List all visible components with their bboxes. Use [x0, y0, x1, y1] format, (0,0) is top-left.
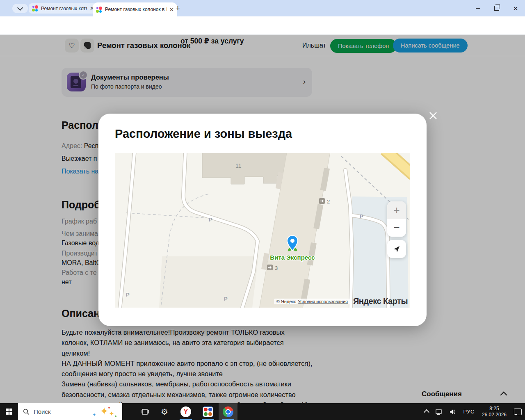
svg-text:3: 3 — [275, 265, 278, 271]
close-window-button[interactable]: ✕ — [506, 0, 525, 16]
parking-label: P — [126, 292, 130, 298]
tab-inactive[interactable]: Ремонт газовых котлов в Каза ✕ — [29, 3, 98, 14]
task-view-icon — [141, 408, 149, 416]
taskbar-search[interactable]: Поиск — [18, 403, 122, 420]
avito-favicon — [32, 5, 38, 11]
search-placeholder: Поиск — [34, 408, 84, 415]
zoom-in-button[interactable]: + — [387, 201, 406, 219]
zoom-out-button[interactable]: − — [387, 219, 406, 237]
chevron-down-icon — [17, 5, 23, 11]
parking-label: P — [360, 213, 363, 219]
settings-button[interactable]: ⚙ — [155, 403, 174, 420]
colored-grid-app-icon — [203, 406, 213, 417]
tab-search-button[interactable] — [12, 4, 28, 13]
windows-logo-icon — [6, 409, 12, 415]
network-tray-icon[interactable] — [432, 403, 446, 420]
geolocate-button[interactable] — [387, 240, 406, 258]
modal-close-button[interactable] — [428, 110, 440, 123]
new-tab-button[interactable]: + — [176, 4, 180, 13]
volume-tray-icon[interactable] — [446, 403, 460, 420]
chrome-button[interactable] — [219, 403, 237, 420]
start-button[interactable] — [0, 403, 18, 420]
yandex-browser-icon: Y — [180, 406, 191, 417]
poi-label: Вита Экспресс — [270, 254, 315, 261]
map-copyright: © ЯндексУсловия использования — [274, 299, 350, 304]
search-icon — [23, 409, 30, 415]
screen: Ремонт газовых котлов в Каза ✕ Ремонт га… — [0, 0, 525, 420]
tray-expand-button[interactable] — [421, 403, 432, 420]
svg-text:2: 2 — [327, 199, 330, 205]
yandex-browser-button[interactable]: Y — [176, 403, 195, 420]
search-highlights-sparkles-icon — [89, 405, 117, 419]
chevron-up-icon — [424, 409, 429, 415]
parking-label: P — [224, 296, 228, 302]
terms-link[interactable]: Условия использования — [298, 299, 348, 304]
map-canvas: 11 P P P P — [115, 153, 410, 308]
avito-favicon — [96, 7, 102, 13]
browser-titlebar: Ремонт газовых котлов в Каза ✕ Ремонт га… — [0, 0, 525, 16]
close-icon — [428, 110, 438, 121]
minimize-button[interactable] — [468, 0, 487, 16]
building-label: 11 — [235, 162, 242, 169]
ethernet-icon — [435, 409, 443, 415]
speaker-icon — [449, 409, 457, 415]
location-modal: Расположение и зоны выезда — [98, 114, 427, 326]
modal-title: Расположение и зоны выезда — [115, 127, 292, 141]
task-view-button[interactable] — [135, 403, 154, 420]
browser-toolbar: ← → ⟳ avito.ru/kazan/predlozheniya_uslug… — [0, 16, 525, 35]
map-zoom-controls: + − — [387, 201, 406, 237]
navigation-arrow-icon — [393, 245, 401, 253]
action-center-button[interactable] — [511, 403, 525, 420]
tab-active[interactable]: Ремонт газовых колонок в Ка ✕ — [93, 2, 177, 16]
colored-grid-app-button[interactable] — [199, 403, 217, 420]
tab-title: Ремонт газовых котлов в Каза — [41, 6, 87, 11]
yandex-map[interactable]: 11 P P P P — [115, 153, 410, 308]
language-indicator[interactable]: РУС — [460, 403, 478, 420]
time: 8:25 — [489, 406, 499, 412]
tab-close-icon[interactable]: ✕ — [169, 7, 174, 12]
notification-icon — [514, 409, 522, 415]
yandex-maps-logo: Яндекс Карты — [353, 297, 408, 306]
chrome-icon — [223, 406, 233, 417]
parking-label: P — [209, 217, 212, 223]
restore-button[interactable] — [487, 0, 506, 16]
map-pin-icon — [287, 235, 298, 252]
system-tray: РУС 8:25 26.02.2026 — [421, 403, 525, 420]
taskbar: Поиск ⚙ Y — [0, 403, 525, 420]
page-viewport: ♡ Ремонт газовых колонок от 500 ₽ за усл… — [0, 35, 525, 403]
window-controls: ✕ — [468, 0, 525, 16]
date: 26.02.2026 — [482, 412, 507, 418]
tab-title: Ремонт газовых колонок в Ка — [105, 7, 167, 12]
gear-icon: ⚙ — [161, 407, 168, 417]
clock[interactable]: 8:25 26.02.2026 — [478, 406, 511, 418]
